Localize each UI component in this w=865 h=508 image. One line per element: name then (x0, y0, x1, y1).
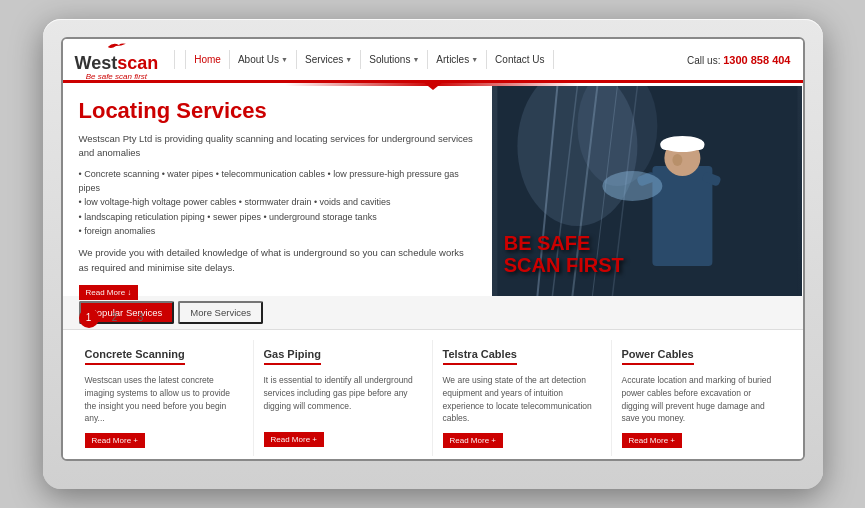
power-cables-desc: Accurate location and marking of buried … (622, 374, 781, 425)
call-us-area: Call us: 1300 858 404 (687, 54, 790, 66)
service-telstra-cables: Telstra Cables We are using state of the… (433, 340, 612, 456)
solutions-dropdown-icon: ▼ (412, 56, 419, 63)
gas-piping-desc: It is essential to identify all undergro… (264, 374, 422, 424)
service-gas-piping: Gas Piping It is essential to identify a… (254, 340, 433, 456)
laptop-shell: Westscan Be safe scan first Home About U… (43, 19, 823, 489)
page-2-button[interactable]: 2 (105, 308, 125, 328)
svg-point-12 (672, 154, 682, 166)
gas-piping-read-more[interactable]: Read More + (264, 432, 324, 447)
page-3-button[interactable]: 3 (131, 308, 151, 328)
services-dropdown-icon: ▼ (345, 56, 352, 63)
service-power-cables: Power Cables Accurate location and marki… (612, 340, 791, 456)
pagination: 1 2 3 (79, 308, 476, 328)
articles-dropdown-icon: ▼ (471, 56, 478, 63)
svg-point-15 (602, 171, 662, 201)
site-header: Westscan Be safe scan first Home About U… (63, 39, 803, 83)
hero-paragraph2: We provide you with detailed knowledge o… (79, 246, 476, 275)
power-cables-read-more[interactable]: Read More + (622, 433, 682, 448)
nav-home[interactable]: Home (185, 50, 230, 69)
website-content: Westscan Be safe scan first Home About U… (63, 39, 803, 459)
hero-section: Locating Services Westscan Pty Ltd is pr… (63, 86, 803, 296)
service-concrete-scanning: Concrete Scanning Westscan uses the late… (75, 340, 254, 456)
laptop-screen: Westscan Be safe scan first Home About U… (61, 37, 805, 461)
concrete-scanning-desc: Westscan uses the latest concrete imagin… (85, 374, 243, 425)
hero-slogan: BE SAFE SCAN FIRST (504, 232, 624, 276)
hero-content: Locating Services Westscan Pty Ltd is pr… (63, 86, 492, 296)
concrete-scanning-read-more[interactable]: Read More + (85, 433, 145, 448)
hero-paragraph1: Westscan Pty Ltd is providing quality sc… (79, 132, 476, 161)
nav-solutions[interactable]: Solutions ▼ (361, 50, 428, 69)
concrete-scanning-title: Concrete Scanning (85, 348, 185, 365)
logo-bird-icon (105, 39, 127, 53)
hero-read-more-button[interactable]: Read More ↓ (79, 285, 139, 300)
hero-image: BE SAFE SCAN FIRST (492, 86, 803, 296)
services-grid: Concrete Scanning Westscan uses the late… (63, 330, 803, 459)
power-cables-title: Power Cables (622, 348, 694, 365)
telstra-cables-title: Telstra Cables (443, 348, 517, 365)
svg-rect-8 (652, 166, 712, 266)
hero-bullets: • Concrete scanning • water pipes • tele… (79, 167, 476, 239)
gas-piping-title: Gas Piping (264, 348, 321, 365)
main-nav: Home About Us ▼ Services ▼ Solutions ▼ (174, 50, 687, 69)
page-1-button[interactable]: 1 (79, 308, 99, 328)
svg-rect-11 (660, 140, 704, 150)
nav-contact[interactable]: Contact Us (487, 50, 553, 69)
nav-services[interactable]: Services ▼ (297, 50, 361, 69)
about-dropdown-icon: ▼ (281, 56, 288, 63)
telstra-cables-read-more[interactable]: Read More + (443, 433, 503, 448)
logo-text: Westscan (75, 54, 159, 72)
logo-tagline: Be safe scan first (86, 72, 147, 81)
hero-title: Locating Services (79, 98, 476, 124)
logo-area: Westscan Be safe scan first (75, 39, 159, 81)
nav-about[interactable]: About Us ▼ (230, 50, 297, 69)
telstra-cables-desc: We are using state of the art detection … (443, 374, 601, 425)
phone-number: 1300 858 404 (723, 54, 790, 66)
nav-articles[interactable]: Articles ▼ (428, 50, 487, 69)
